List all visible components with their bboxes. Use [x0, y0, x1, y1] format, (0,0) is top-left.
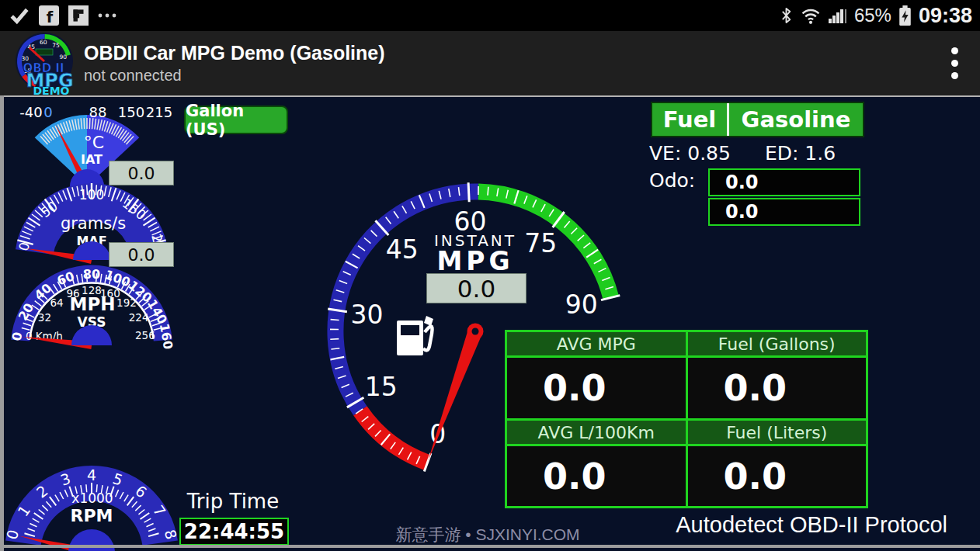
- ed-value: ED: 1.6: [765, 142, 836, 165]
- wifi-icon: [800, 6, 822, 25]
- play-check-icon: [9, 5, 30, 26]
- flipboard-icon: [68, 5, 89, 26]
- svg-text:-40: -40: [19, 104, 42, 120]
- facebook-icon: f: [39, 5, 59, 26]
- fuel-type-selector[interactable]: Fuel Gasoline: [651, 102, 864, 137]
- svg-text:256: 256: [135, 329, 155, 341]
- battery-percent: 65%: [854, 5, 891, 26]
- svg-text:60: 60: [40, 38, 47, 45]
- app-logo: 153045607590OBD IIMPGDEMO: [9, 32, 85, 95]
- notification-icons: f: [0, 5, 116, 26]
- unit-toggle-button[interactable]: Gallon (US): [184, 106, 288, 134]
- svg-text:4: 4: [87, 466, 96, 483]
- bluetooth-icon: [780, 5, 793, 26]
- app-header: 153045607590OBD IIMPGDEMO OBDII Car MPG …: [0, 31, 980, 95]
- svg-text:80: 80: [83, 267, 100, 282]
- svg-text:64: 64: [50, 296, 63, 309]
- battery-charging-icon: [898, 5, 912, 26]
- svg-text:f: f: [47, 9, 54, 26]
- fuel-liters-value: 0.0: [688, 446, 867, 506]
- connection-status: not connected: [84, 64, 385, 86]
- stats-table: AVG MPG Fuel (Gallons) 0.0 0.0 AVG L/100…: [505, 330, 868, 508]
- svg-text:grams/s: grams/s: [61, 214, 126, 233]
- svg-text:RPM: RPM: [71, 506, 113, 525]
- odo-value-1: 0.0: [708, 168, 860, 196]
- svg-text:MPH: MPH: [70, 294, 116, 314]
- status-bar: f: [0, 0, 980, 31]
- svg-text:224: 224: [129, 311, 149, 324]
- svg-text:88: 88: [89, 104, 107, 120]
- svg-text:15: 15: [365, 372, 398, 402]
- protocol-status: Autodetect OBD-II Protocol: [575, 512, 947, 538]
- instant-mpg-value: 0.0: [426, 273, 526, 303]
- fuel-label[interactable]: Fuel: [652, 103, 727, 136]
- clock: 09:38: [919, 4, 972, 28]
- svg-text:90: 90: [565, 289, 598, 320]
- trip-time-value: 22:44:55: [179, 518, 289, 546]
- overflow-menu-icon[interactable]: [951, 47, 958, 79]
- svg-text:0: 0: [43, 104, 52, 120]
- fuel-gallons-value: 0.0: [688, 358, 867, 418]
- svg-text:32: 32: [38, 311, 51, 324]
- frame-left: [0, 95, 4, 551]
- ve-value: VE: 0.85: [649, 142, 731, 165]
- dashboard: 0153045607590 -40088150215°CIAT050100150…: [0, 95, 980, 551]
- trip-time-label: Trip Time: [175, 490, 291, 513]
- svg-text:192: 192: [116, 296, 137, 309]
- svg-text:75: 75: [52, 42, 60, 49]
- svg-text:30: 30: [351, 300, 384, 330]
- fuel-type-value[interactable]: Gasoline: [729, 103, 863, 136]
- svg-text:x1000: x1000: [71, 490, 113, 506]
- svg-text:160: 160: [157, 322, 176, 350]
- frame-bottom: [0, 545, 980, 548]
- svg-text:215: 215: [146, 104, 172, 120]
- watermark: 新意手游 • SJXINYI.COM: [371, 524, 604, 546]
- avg-mpg-header: AVG MPG: [507, 332, 686, 355]
- odo-label: Odo:: [649, 169, 695, 192]
- maf-value: 0.0: [109, 242, 174, 267]
- mpg-label: MPG: [413, 246, 537, 276]
- fuel-gallons-header: Fuel (Gallons): [688, 332, 867, 355]
- svg-text:150: 150: [118, 104, 144, 120]
- app-title: OBDII Car MPG Demo (Gasoline): [84, 41, 385, 64]
- avg-mpg-value: 0.0: [507, 358, 686, 418]
- odo-value-2: 0.0: [708, 198, 860, 226]
- frame-top: [0, 95, 980, 97]
- fuel-pump-icon: [397, 316, 433, 355]
- svg-text:100: 100: [79, 187, 104, 203]
- svg-text:90: 90: [60, 53, 68, 60]
- iat-value: 0.0: [109, 161, 174, 185]
- avg-l100km-header: AVG L/100Km: [507, 421, 686, 444]
- screen: f: [0, 0, 980, 551]
- avg-l100km-value: 0.0: [507, 446, 686, 506]
- svg-text:°C: °C: [84, 133, 104, 152]
- fuel-liters-header: Fuel (Liters): [688, 421, 867, 444]
- signal-icon: [829, 7, 847, 24]
- svg-text:DEMO: DEMO: [33, 85, 69, 95]
- more-notifications-icon: [98, 12, 116, 19]
- svg-text:IAT: IAT: [81, 152, 103, 167]
